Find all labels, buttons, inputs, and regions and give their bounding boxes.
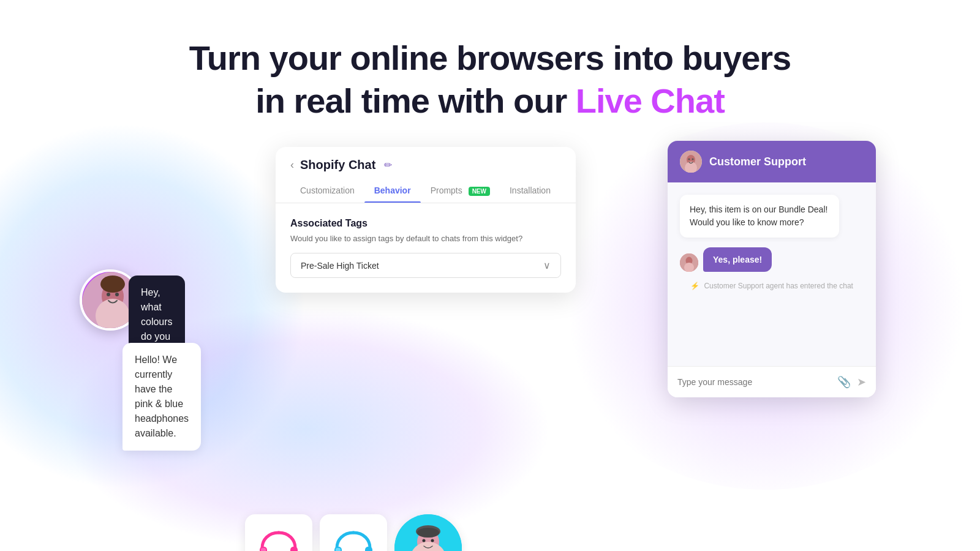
section-title: Associated Tags: [290, 218, 561, 229]
hero-section: Turn your online browsers into buyers in…: [0, 0, 980, 122]
svg-rect-16: [261, 548, 266, 551]
tab-installation[interactable]: Installation: [500, 181, 560, 203]
dropdown-value: Pre-Sale High Ticket: [301, 261, 379, 271]
svg-point-24: [417, 528, 439, 538]
chat-cta-button[interactable]: Yes, please!: [703, 247, 772, 272]
back-arrow-icon[interactable]: ‹: [290, 159, 294, 171]
svg-point-26: [431, 539, 434, 542]
hero-title: Turn your online browsers into buyers in…: [0, 37, 980, 122]
page-content: Turn your online browsers into buyers in…: [0, 0, 980, 551]
lightning-icon: ⚡: [690, 282, 699, 290]
chat-status-note: ⚡ Customer Support agent has entered the…: [680, 282, 864, 290]
shopify-panel: ‹ Shopify Chat ✏ Customization Behavior …: [276, 147, 576, 293]
svg-point-11: [107, 293, 110, 296]
hero-line1: Turn your online browsers into buyers: [189, 39, 791, 77]
chat-widget-footer: 📎 ➤: [668, 366, 876, 397]
shopify-panel-header: ‹ Shopify Chat ✏: [276, 147, 576, 172]
svg-point-12: [115, 293, 119, 296]
section-desc: Would you like to assign tags by default…: [290, 234, 561, 243]
tab-customization[interactable]: Customization: [290, 181, 364, 203]
svg-point-3: [688, 159, 690, 160]
tab-prompts-badge: NEW: [469, 187, 490, 196]
svg-point-4: [692, 159, 694, 160]
pink-headphone-icon: [257, 527, 300, 551]
chat-message-bot-line2: Would you like to know more?: [690, 216, 829, 229]
dropdown-arrow-icon: ∨: [543, 260, 551, 271]
chat-input[interactable]: [677, 377, 831, 387]
shopify-panel-body: Associated Tags Would you like to assign…: [276, 203, 576, 293]
agent-avatar-svg: [680, 151, 702, 173]
agent-avatar: [680, 151, 702, 173]
tab-behavior[interactable]: Behavior: [364, 181, 421, 203]
chat-message-bot: Hey, this item is on our Bundle Deal! Wo…: [680, 195, 839, 238]
chat-widget-title: Customer Support: [709, 156, 806, 168]
hero-line2-prefix: in real time with our: [255, 81, 576, 120]
shopify-panel-title: Shopify Chat: [300, 158, 375, 172]
product-row: [245, 514, 462, 551]
hero-line2-highlight: Live Chat: [576, 81, 725, 120]
attach-icon[interactable]: 📎: [837, 375, 851, 389]
blue-headphone-icon: [332, 527, 375, 551]
chat-widget: Customer Support Hey, this item is on ou…: [668, 141, 876, 397]
ui-area: ‹ Shopify Chat ✏ Customization Behavior …: [0, 141, 980, 551]
tab-prompts[interactable]: Prompts NEW: [421, 181, 500, 203]
product-card-pink: [245, 514, 312, 551]
edit-icon[interactable]: ✏: [384, 159, 392, 171]
send-icon[interactable]: ➤: [857, 375, 866, 389]
product-card-blue: [320, 514, 387, 551]
svg-point-25: [423, 539, 426, 542]
user-micro-avatar: [680, 253, 698, 272]
chat-message-bot-line1: Hey, this item is on our Bundle Deal!: [690, 203, 829, 216]
chat-widget-body: Hey, this item is on our Bundle Deal! Wo…: [668, 182, 876, 366]
svg-point-13: [100, 276, 125, 293]
person-circle: [394, 514, 462, 551]
chat-message-user-row: Yes, please!: [680, 247, 864, 272]
chat-widget-header: Customer Support: [668, 141, 876, 182]
chat-bubble-answer: Hello! We currently have the pink & blue…: [123, 343, 201, 451]
shopify-tabs: Customization Behavior Prompts NEW Insta…: [276, 172, 576, 203]
svg-rect-19: [336, 548, 341, 551]
tag-dropdown[interactable]: Pre-Sale High Ticket ∨: [290, 253, 561, 278]
